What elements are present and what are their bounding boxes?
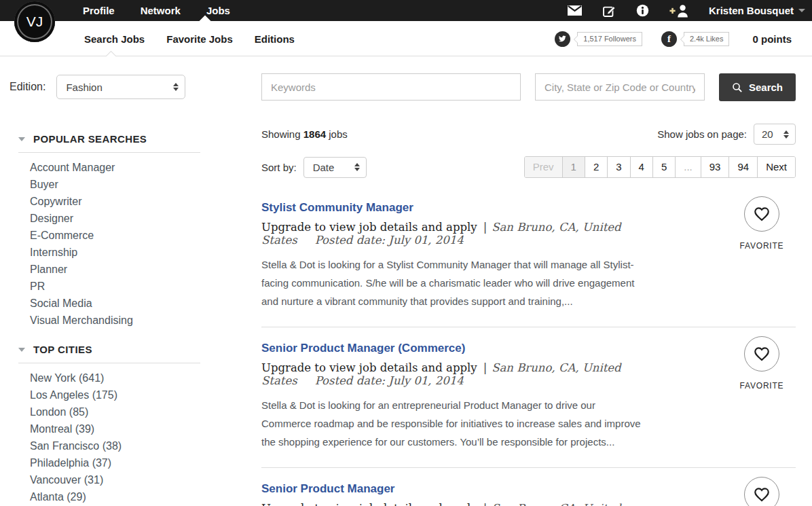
popular-search-item[interactable]: Copywriter <box>30 193 261 210</box>
add-user-icon[interactable] <box>669 3 690 18</box>
job-meta-line: Upgrade to view job details and apply|Sa… <box>261 221 714 247</box>
compose-icon[interactable] <box>602 3 616 18</box>
edition-selector-row: Edition: Fashion <box>10 75 261 99</box>
sort-label: Sort by: <box>261 162 297 173</box>
city-item[interactable]: Montreal (39) <box>30 420 261 437</box>
results-count-number: 1864 <box>303 128 326 140</box>
nav-item-profile[interactable]: Profile <box>83 5 115 16</box>
sort-pagination-row: Sort by: Date Prev 1 2 3 4 5 ... 93 94 N… <box>261 156 796 178</box>
sort-value: Date <box>313 162 335 173</box>
popular-searches-title: POPULAR SEARCHES <box>33 133 147 145</box>
pagination-ellipsis: ... <box>675 157 701 177</box>
favorite-label: FAVORITE <box>737 240 788 252</box>
job-search-form: Search <box>261 73 796 101</box>
popular-searches-header[interactable]: POPULAR SEARCHES <box>18 133 261 145</box>
job-meta-line: Upgrade to view job details and apply|Sa… <box>261 361 714 387</box>
nav-item-network[interactable]: Network <box>141 5 181 16</box>
facebook-likes-badge[interactable]: 2.4k Likes <box>684 32 730 46</box>
top-cities-header[interactable]: TOP CITIES <box>18 344 261 355</box>
popular-search-item[interactable]: Social Media <box>30 295 261 312</box>
pagination-page-94[interactable]: 94 <box>728 157 757 177</box>
pagination-prev[interactable]: Prev <box>525 157 562 177</box>
results-count: Showing 1864 jobs <box>261 128 348 140</box>
popular-search-item[interactable]: Designer <box>30 210 261 227</box>
favorite-button[interactable]: FAVORITE <box>735 336 788 392</box>
edition-select-value: Fashion <box>66 82 102 93</box>
popular-search-item[interactable]: Visual Merchandising <box>30 312 261 329</box>
upgrade-to-view-text: Upgrade to view job details and apply <box>261 221 477 234</box>
heart-circle <box>744 477 779 506</box>
keywords-input[interactable] <box>261 73 521 101</box>
job-title-link[interactable]: Senior Product Manager (Commerce) <box>261 342 465 355</box>
nav-item-jobs[interactable]: Jobs <box>206 5 230 16</box>
job-meta-line: Upgrade to view job details and apply|Sa… <box>261 502 714 506</box>
city-item[interactable]: Los Angeles (175) <box>30 386 261 403</box>
twitter-icon[interactable] <box>555 31 570 47</box>
sort-control: Sort by: Date <box>261 157 367 178</box>
job-title-link[interactable]: Stylist Community Manager <box>261 201 413 215</box>
chevron-down-icon <box>798 9 805 12</box>
pagination-page-2[interactable]: 2 <box>585 157 607 177</box>
per-page-select[interactable]: 20 <box>754 124 796 145</box>
popular-search-item[interactable]: PR <box>30 278 261 295</box>
edition-select[interactable]: Fashion <box>56 75 185 99</box>
popular-searches-section: POPULAR SEARCHES Account Manager Buyer C… <box>18 133 261 329</box>
per-page-control: Show jobs on page: 20 <box>657 124 796 145</box>
page-content: Edition: Fashion POPULAR SEARCHES Accoun… <box>0 56 812 506</box>
pagination-page-4[interactable]: 4 <box>630 157 652 177</box>
sort-select[interactable]: Date <box>303 157 367 178</box>
info-icon[interactable] <box>635 3 650 18</box>
popular-search-item[interactable]: Buyer <box>30 176 261 193</box>
tab-search-jobs[interactable]: Search Jobs <box>84 33 145 45</box>
user-menu[interactable]: Kristen Bousquet <box>709 5 805 16</box>
job-posted-date: Posted date: July 01, 2014 <box>315 234 464 247</box>
job-title-link[interactable]: Senior Product Manager <box>261 482 394 496</box>
city-item[interactable]: Atlanta (29) <box>30 488 261 505</box>
site-logo[interactable]: VJ <box>14 1 55 42</box>
city-item[interactable]: New York (641) <box>30 369 261 386</box>
tab-editions[interactable]: Editions <box>255 33 295 45</box>
sub-navbar: Search Jobs Favorite Jobs Editions 1,517… <box>0 21 812 56</box>
results-main: Search Showing 1864 jobs Show jobs on pa… <box>261 56 796 506</box>
mail-icon[interactable] <box>568 3 583 18</box>
popular-search-item[interactable]: Account Manager <box>30 159 261 176</box>
pagination-page-3[interactable]: 3 <box>607 157 629 177</box>
twitter-followers-badge[interactable]: 1,517 Followers <box>577 32 642 46</box>
job-results-list: Stylist Community Manager Upgrade to vie… <box>261 201 796 506</box>
search-button[interactable]: Search <box>719 73 796 101</box>
favorite-button[interactable]: FAVORITE <box>735 196 788 252</box>
top-cities-title: TOP CITIES <box>33 344 92 355</box>
facebook-icon[interactable]: f <box>661 31 677 47</box>
job-posted-date: Posted date: July 01, 2014 <box>315 374 464 387</box>
collapse-caret-icon <box>18 348 25 352</box>
favorite-button[interactable]: FAVORITE <box>735 477 788 506</box>
pagination-page-1[interactable]: 1 <box>562 157 585 177</box>
top-cities-list: New York (641) Los Angeles (175) London … <box>18 369 261 505</box>
pagination-page-93[interactable]: 93 <box>701 157 729 177</box>
upgrade-to-view-text: Upgrade to view job details and apply <box>261 361 477 374</box>
city-item[interactable]: Philadelphia (37) <box>30 454 261 471</box>
collapse-caret-icon <box>18 137 25 141</box>
jobs-subnav: Search Jobs Favorite Jobs Editions <box>84 21 295 56</box>
location-input[interactable] <box>535 73 705 101</box>
divider <box>18 152 200 153</box>
top-cities-section: TOP CITIES New York (641) Los Angeles (1… <box>18 344 261 505</box>
select-arrows-icon <box>354 163 360 171</box>
heart-circle <box>744 336 779 372</box>
social-counters: 1,517 Followers f 2.4k Likes 0 points <box>555 21 805 56</box>
points-counter[interactable]: 0 points <box>752 33 792 45</box>
city-item[interactable]: Vancouver (31) <box>30 471 261 488</box>
logo-text: VJ <box>26 14 43 30</box>
popular-search-item[interactable]: Planner <box>30 261 261 278</box>
job-description: Stella & Dot is looking for a Stylist Co… <box>261 255 645 310</box>
pagination-next[interactable]: Next <box>757 157 795 177</box>
tab-favorite-jobs[interactable]: Favorite Jobs <box>166 33 233 45</box>
sidebar: Edition: Fashion POPULAR SEARCHES Accoun… <box>0 56 261 506</box>
city-item[interactable]: London (85) <box>30 403 261 420</box>
city-item[interactable]: San Francisco (38) <box>30 437 261 454</box>
per-page-value: 20 <box>762 128 773 140</box>
search-icon <box>732 82 743 93</box>
popular-search-item[interactable]: Internship <box>30 244 261 261</box>
popular-search-item[interactable]: E-Commerce <box>30 227 261 244</box>
pagination-page-5[interactable]: 5 <box>652 157 675 177</box>
